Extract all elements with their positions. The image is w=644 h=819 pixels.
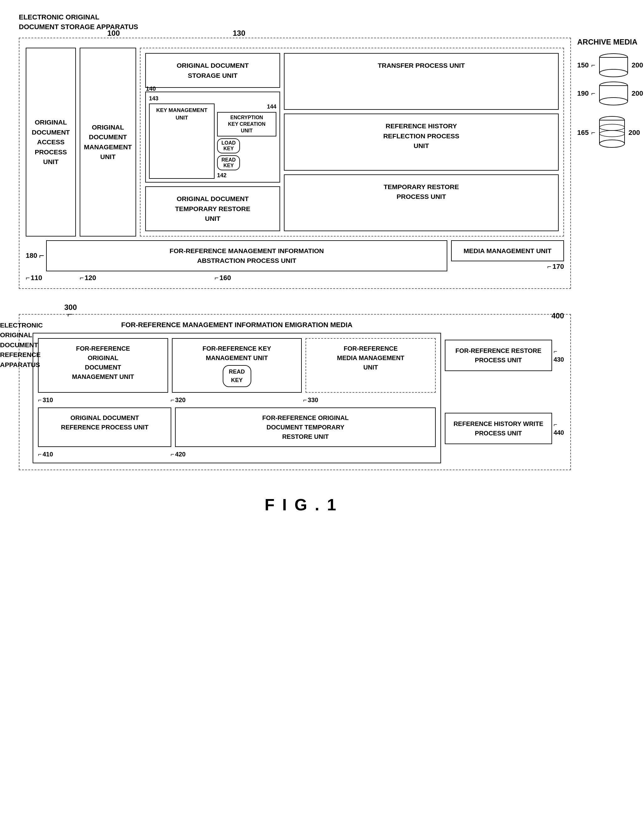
read-key-pill: READ KEY [223, 365, 251, 387]
unit-440: REFERENCE HISTORY WRITE PROCESS UNIT [445, 413, 552, 444]
num-120: 120 [85, 274, 96, 282]
num-330: 330 [308, 396, 318, 404]
num-160: 160 [219, 274, 231, 282]
label-200c: 200 [629, 129, 640, 137]
temp-restore-unit: ORIGINAL DOCUMENT TEMPORARY RESTORE UNIT [145, 186, 280, 231]
apparatus-label: ELECTRONIC ORIGINAL DOCUMENT STORAGE APP… [19, 12, 138, 32]
unit-420: FOR-REFERENCE ORIGINAL DOCUMENT TEMPORAR… [175, 408, 436, 447]
box-130: ORIGINAL DOCUMENT STORAGE UNIT 140 143 K… [140, 48, 564, 236]
label-140: 140 [146, 85, 156, 92]
num-310: 310 [43, 396, 53, 404]
num-410: 410 [43, 451, 53, 458]
emig-top-row: FOR-REFERENCE ORIGINAL DOCUMENT MANAGEME… [38, 338, 436, 393]
page-wrapper: ELECTRONIC ORIGINAL DOCUMENT STORAGE APP… [19, 12, 625, 514]
label-170: 170 [552, 262, 564, 271]
temp-process-unit: TEMPORARY RESTORE PROCESS UNIT [284, 175, 559, 231]
archive-media-label: ARCHIVE MEDIA [577, 38, 643, 46]
label-150: 150 [577, 61, 589, 69]
abs-unit: FOR-REFERENCE MANAGEMENT INFORMATION ABS… [46, 240, 447, 271]
num-430: 430 [554, 356, 564, 363]
label-143: 143 [149, 95, 276, 102]
sub-labels-row: ⌐ 110 ⌐ 120 ⌐ 160 [26, 274, 564, 282]
right-process-col: TRANSFER PROCESS UNIT REFERENCE HISTORY … [284, 53, 559, 231]
label-100: 100 [107, 29, 120, 38]
label-400: 400 [552, 311, 564, 320]
key-mgmt-area: 140 143 KEY MANAGEMENT UNIT [145, 92, 280, 183]
media-mgmt-unit: MEDIA MANAGEMENT UNIT [451, 240, 564, 262]
unit-410: ORIGINAL DOCUMENT REFERENCE PROCESS UNIT [38, 408, 171, 447]
unit-120: ORIGINAL DOCUMENT MANAGEMENT UNIT [80, 48, 136, 236]
archive-db [598, 115, 626, 150]
emigration-label: FOR-REFERENCE MANAGEMENT INFORMATION EMI… [33, 321, 441, 329]
label-165: 165 [577, 129, 589, 137]
num-440: 440 [554, 429, 564, 436]
svg-point-5 [600, 98, 628, 105]
archive-media-col: ARCHIVE MEDIA 150 ⌐ 200 190 ⌐ [577, 38, 643, 150]
emig-inner: FOR-REFERENCE ORIGINAL DOCUMENT MANAGEME… [33, 333, 441, 463]
box300-right: 400 FOR-REFERENCE RESTORE PROCESS UNIT ⌐… [445, 321, 564, 463]
emig-sub-labels2: ⌐ 410 ⌐ 420 [38, 451, 436, 458]
bottom-diagram: 300 ⌐ ELECTRONIC ORIGINAL DOCUMENT REFER… [19, 314, 571, 470]
unit-320: FOR-REFERENCE KEY MANAGEMENT UNIT READ K… [172, 338, 302, 393]
km-right: 144 ENCRYPTION KEY CREATION UNIT LOAD KE… [217, 104, 276, 179]
archive-disk-2 [598, 81, 629, 106]
elec-orig-label: ELECTRONIC ORIGINAL DOCUMENT REFERENCE A… [0, 320, 43, 370]
ref-hist-unit: REFERENCE HISTORY REFLECTION PROCESS UNI… [284, 113, 559, 170]
top-diagram: ELECTRONIC ORIGINAL DOCUMENT STORAGE APP… [19, 38, 625, 289]
main-box-100: 100 130 ORIGINAL DOCUMENT ACCESS PROCESS… [19, 38, 571, 289]
unit-430: FOR-REFERENCE RESTORE PROCESS UNIT [445, 340, 552, 371]
label-200a: 200 [632, 61, 643, 69]
emig-bottom-row: ORIGINAL DOCUMENT REFERENCE PROCESS UNIT… [38, 408, 436, 447]
load-key-btn: LOAD KEY [217, 138, 240, 153]
label-142: 142 [217, 172, 276, 179]
transfer-unit: TRANSFER PROCESS UNIT [284, 53, 559, 110]
unit-110: ORIGINAL DOCUMENT ACCESS PROCESS UNIT [26, 48, 76, 236]
box300-main: FOR-REFERENCE MANAGEMENT INFORMATION EMI… [33, 321, 441, 463]
bottom-full-row: 180 ⌐ FOR-REFERENCE MANAGEMENT INFORMATI… [26, 240, 564, 271]
unit-310: FOR-REFERENCE ORIGINAL DOCUMENT MANAGEME… [38, 338, 168, 393]
num-320: 320 [175, 396, 186, 404]
main-box-300: FOR-REFERENCE MANAGEMENT INFORMATION EMI… [19, 314, 571, 470]
label-200b: 200 [632, 89, 643, 98]
fig-label: F I G . 1 [19, 495, 583, 514]
svg-point-2 [600, 69, 628, 77]
label-180: 180 [26, 252, 37, 260]
svg-point-8 [600, 140, 624, 147]
label-130: 130 [233, 29, 245, 38]
emig-sub-labels: ⌐ 310 ⌐ 320 ⌐ 330 [38, 396, 436, 404]
storage-col: ORIGINAL DOCUMENT STORAGE UNIT 140 143 K… [145, 53, 280, 231]
storage-unit: ORIGINAL DOCUMENT STORAGE UNIT [145, 53, 280, 88]
label-190: 190 [577, 89, 589, 98]
archive-disk-1 [598, 53, 629, 78]
encryption-unit: ENCRYPTION KEY CREATION UNIT [217, 112, 276, 136]
unit-330: FOR-REFERENCE MEDIA MANAGEMENT UNIT [305, 338, 436, 393]
num-110: 110 [31, 274, 42, 282]
read-key-btn: READ KEY [217, 155, 240, 170]
num-420: 420 [175, 451, 186, 458]
key-management-unit: KEY MANAGEMENT UNIT [149, 104, 215, 179]
label-144: 144 [217, 104, 276, 110]
